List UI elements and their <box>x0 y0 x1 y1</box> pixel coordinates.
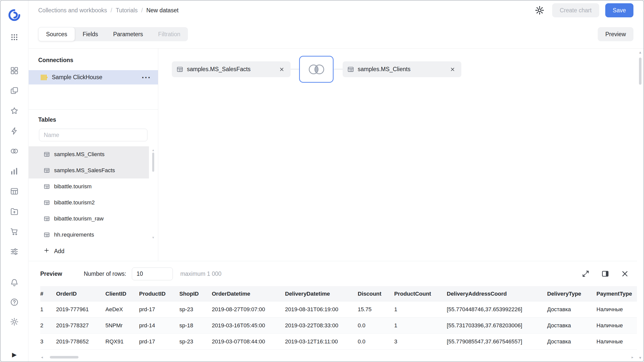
preview-table-wrap: #OrderIDClientIDProductIDShopIDOrderDate… <box>29 286 637 353</box>
scroll-track[interactable] <box>152 152 154 236</box>
split-view-icon[interactable] <box>600 268 611 279</box>
scroll-down-icon[interactable]: ▼ <box>638 356 642 359</box>
sliders-icon[interactable] <box>7 245 21 259</box>
cell: 5NPMr <box>105 318 139 334</box>
scroll-up-icon[interactable]: ▲ <box>638 51 642 54</box>
close-icon[interactable] <box>449 66 456 73</box>
connection-name: Sample ClickHouse <box>52 74 102 81</box>
tables-title: Tables <box>38 116 158 123</box>
table-list-item[interactable]: samples.MS_Clients <box>29 146 149 162</box>
table-list-item[interactable]: samples.MS_SalesFacts <box>29 162 149 178</box>
preview-actions <box>580 268 630 279</box>
table-list-item[interactable]: bibattle.tourism_raw <box>29 211 149 227</box>
preview-panel: Preview Number of rows: maximum 1 000 <box>29 261 643 361</box>
tab-fields[interactable]: Fields <box>75 27 105 41</box>
tables-search-input[interactable] <box>39 129 147 141</box>
scroll-thumb[interactable] <box>639 58 641 85</box>
cell: 2019-778327 <box>56 318 105 334</box>
grid-icon[interactable] <box>7 64 21 78</box>
table-icon <box>44 151 50 158</box>
folder-icon[interactable] <box>7 204 21 218</box>
scroll-down-icon[interactable]: ▼ <box>152 236 155 239</box>
table-list-item[interactable]: bibattle.tourism2 <box>29 195 149 211</box>
sidebar-nav <box>7 64 21 259</box>
table-name: samples.MS_SalesFacts <box>54 167 115 174</box>
more-menu-icon[interactable]: ··· <box>142 75 151 80</box>
cell: [55.779085547,37.667546557] <box>447 334 547 350</box>
cell: 2019-03-22T08:33:00 <box>285 318 358 334</box>
gear-icon[interactable] <box>7 315 21 329</box>
scroll-up-icon[interactable]: ▲ <box>152 149 155 152</box>
sidebar-expand-icon[interactable]: ▶ <box>9 350 19 359</box>
cell: 2019-03-07T08:44:00 <box>212 334 285 350</box>
table-list-item[interactable]: hh.requirements <box>29 227 149 243</box>
scroll-right-icon[interactable]: ▸ <box>630 355 634 359</box>
sidebar: ▶ <box>1 1 28 361</box>
preview-header: Preview Number of rows: maximum 1 000 <box>29 261 643 286</box>
breadcrumb-item[interactable]: Tutorials <box>116 7 138 14</box>
tab-sources[interactable]: Sources <box>38 27 75 41</box>
cart-icon[interactable] <box>7 224 21 239</box>
table-icon <box>44 215 50 222</box>
bell-icon[interactable] <box>7 276 21 290</box>
circles-icon[interactable] <box>7 144 21 158</box>
star-icon[interactable] <box>7 104 21 118</box>
main-area: Collections and workbooks/Tutorials/New … <box>29 1 643 361</box>
cell: 0.0 <box>358 334 394 350</box>
layers-icon[interactable] <box>7 84 21 98</box>
close-icon[interactable] <box>278 66 286 73</box>
scroll-thumb[interactable] <box>50 356 78 358</box>
join-icon-button[interactable] <box>299 56 334 83</box>
topbar-actions: Create chart Save <box>533 3 633 17</box>
source-chip-clients[interactable]: samples.MS_Clients <box>343 61 461 77</box>
source-chip-salesfacts[interactable]: samples.MS_SalesFacts <box>172 61 291 77</box>
cell: prd-14 <box>139 318 179 334</box>
connection-item[interactable]: Sample ClickHouse ··· <box>29 70 158 84</box>
cell: RQX91 <box>105 334 139 350</box>
column-header: # <box>40 287 56 301</box>
table-list-item[interactable]: bibattle.tourism <box>29 178 149 195</box>
preview-toggle-button[interactable]: Preview <box>598 27 633 41</box>
scroll-left-icon[interactable]: ◂ <box>40 355 44 359</box>
source-chip-label: samples.MS_SalesFacts <box>187 66 251 73</box>
content: Connections Sample ClickHouse ··· Tables… <box>29 49 643 261</box>
column-header: DeliveryDatetime <box>285 287 358 301</box>
tab-parameters[interactable]: Parameters <box>106 27 151 41</box>
preview-header-row: #OrderIDClientIDProductIDShopIDOrderDate… <box>40 287 637 301</box>
sources-panel: Connections Sample ClickHouse ··· Tables… <box>29 49 158 261</box>
preview-hscrollbar[interactable]: ◂ ▸ <box>40 354 634 360</box>
lightning-icon[interactable] <box>7 124 21 138</box>
cell: Доставка <box>547 301 596 318</box>
cell: prd-17 <box>139 301 179 318</box>
settings-gear-icon[interactable] <box>533 4 546 17</box>
tables-list-scrollbar[interactable]: ▲ ▼ <box>152 149 155 239</box>
rows-count-input[interactable] <box>132 267 173 280</box>
datalens-logo-icon[interactable] <box>7 8 22 23</box>
breadcrumb-item[interactable]: Collections and workbooks <box>38 7 107 14</box>
cell: Наличные <box>596 318 637 334</box>
cell: Доставка <box>547 318 596 334</box>
scroll-thumb[interactable] <box>152 153 154 172</box>
save-button[interactable]: Save <box>605 3 633 17</box>
cell: 3 <box>394 334 447 350</box>
cell: [55.770448746,37.653992226] <box>447 301 547 318</box>
help-icon[interactable] <box>7 295 21 309</box>
table-icon <box>44 167 50 174</box>
cell: 2019-03-12T16:11:00 <box>285 334 358 350</box>
join-canvas: samples.MS_SalesFacts samples.MS_Clients <box>158 49 643 261</box>
source-chip-label: samples.MS_Clients <box>358 66 411 73</box>
app-window: ▶ Collections and workbooks/Tutorials/Ne… <box>0 0 644 362</box>
scroll-track[interactable] <box>639 54 641 356</box>
close-icon[interactable] <box>619 268 630 279</box>
create-chart-button[interactable]: Create chart <box>552 3 599 17</box>
expand-icon[interactable] <box>580 268 591 279</box>
bar-chart-icon[interactable] <box>7 164 21 178</box>
table-icon[interactable] <box>7 184 21 198</box>
apps-menu-icon[interactable] <box>7 30 21 44</box>
page-vscrollbar[interactable]: ▲ ▼ <box>637 49 643 361</box>
tab-filtration[interactable]: Filtration <box>151 27 188 41</box>
cell: 0.0 <box>358 318 394 334</box>
scroll-track[interactable] <box>44 356 631 359</box>
add-table-button[interactable]: Add <box>29 245 158 257</box>
table-icon <box>44 183 50 190</box>
